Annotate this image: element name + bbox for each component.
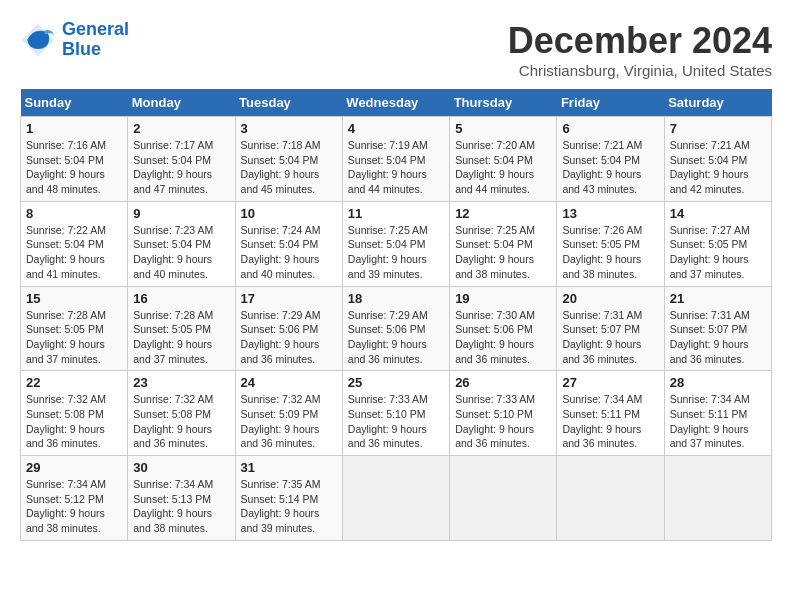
day-info: Sunrise: 7:17 AM Sunset: 5:04 PM Dayligh… [133, 138, 229, 197]
calendar-cell: 24Sunrise: 7:32 AM Sunset: 5:09 PM Dayli… [235, 371, 342, 456]
calendar-cell: 26Sunrise: 7:33 AM Sunset: 5:10 PM Dayli… [450, 371, 557, 456]
calendar-cell: 1Sunrise: 7:16 AM Sunset: 5:04 PM Daylig… [21, 117, 128, 202]
calendar-cell: 25Sunrise: 7:33 AM Sunset: 5:10 PM Dayli… [342, 371, 449, 456]
logo: General Blue [20, 20, 129, 60]
calendar-week-row: 29Sunrise: 7:34 AM Sunset: 5:12 PM Dayli… [21, 456, 772, 541]
day-info: Sunrise: 7:32 AM Sunset: 5:09 PM Dayligh… [241, 392, 337, 451]
calendar-cell: 10Sunrise: 7:24 AM Sunset: 5:04 PM Dayli… [235, 201, 342, 286]
calendar-cell: 29Sunrise: 7:34 AM Sunset: 5:12 PM Dayli… [21, 456, 128, 541]
day-number: 11 [348, 206, 444, 221]
calendar-cell: 28Sunrise: 7:34 AM Sunset: 5:11 PM Dayli… [664, 371, 771, 456]
calendar-cell: 14Sunrise: 7:27 AM Sunset: 5:05 PM Dayli… [664, 201, 771, 286]
logo-icon [20, 22, 56, 58]
calendar-week-row: 22Sunrise: 7:32 AM Sunset: 5:08 PM Dayli… [21, 371, 772, 456]
month-title: December 2024 [508, 20, 772, 62]
calendar-cell: 9Sunrise: 7:23 AM Sunset: 5:04 PM Daylig… [128, 201, 235, 286]
calendar-cell: 4Sunrise: 7:19 AM Sunset: 5:04 PM Daylig… [342, 117, 449, 202]
calendar-cell: 6Sunrise: 7:21 AM Sunset: 5:04 PM Daylig… [557, 117, 664, 202]
day-number: 16 [133, 291, 229, 306]
calendar-cell: 8Sunrise: 7:22 AM Sunset: 5:04 PM Daylig… [21, 201, 128, 286]
page-header: General Blue December 2024 Christiansbur… [20, 20, 772, 79]
day-number: 20 [562, 291, 658, 306]
day-number: 3 [241, 121, 337, 136]
day-number: 28 [670, 375, 766, 390]
day-of-week-header: Monday [128, 89, 235, 117]
day-info: Sunrise: 7:22 AM Sunset: 5:04 PM Dayligh… [26, 223, 122, 282]
day-info: Sunrise: 7:30 AM Sunset: 5:06 PM Dayligh… [455, 308, 551, 367]
day-info: Sunrise: 7:25 AM Sunset: 5:04 PM Dayligh… [455, 223, 551, 282]
calendar-cell: 22Sunrise: 7:32 AM Sunset: 5:08 PM Dayli… [21, 371, 128, 456]
calendar-cell: 20Sunrise: 7:31 AM Sunset: 5:07 PM Dayli… [557, 286, 664, 371]
day-info: Sunrise: 7:16 AM Sunset: 5:04 PM Dayligh… [26, 138, 122, 197]
day-info: Sunrise: 7:28 AM Sunset: 5:05 PM Dayligh… [133, 308, 229, 367]
day-of-week-header: Tuesday [235, 89, 342, 117]
day-info: Sunrise: 7:31 AM Sunset: 5:07 PM Dayligh… [670, 308, 766, 367]
calendar-cell [342, 456, 449, 541]
day-number: 13 [562, 206, 658, 221]
calendar-cell: 17Sunrise: 7:29 AM Sunset: 5:06 PM Dayli… [235, 286, 342, 371]
day-number: 17 [241, 291, 337, 306]
calendar-week-row: 8Sunrise: 7:22 AM Sunset: 5:04 PM Daylig… [21, 201, 772, 286]
day-info: Sunrise: 7:24 AM Sunset: 5:04 PM Dayligh… [241, 223, 337, 282]
title-section: December 2024 Christiansburg, Virginia, … [508, 20, 772, 79]
day-number: 1 [26, 121, 122, 136]
day-info: Sunrise: 7:19 AM Sunset: 5:04 PM Dayligh… [348, 138, 444, 197]
calendar-week-row: 1Sunrise: 7:16 AM Sunset: 5:04 PM Daylig… [21, 117, 772, 202]
day-number: 23 [133, 375, 229, 390]
calendar-cell: 3Sunrise: 7:18 AM Sunset: 5:04 PM Daylig… [235, 117, 342, 202]
day-of-week-header: Saturday [664, 89, 771, 117]
day-number: 14 [670, 206, 766, 221]
calendar-week-row: 15Sunrise: 7:28 AM Sunset: 5:05 PM Dayli… [21, 286, 772, 371]
day-info: Sunrise: 7:29 AM Sunset: 5:06 PM Dayligh… [348, 308, 444, 367]
calendar-cell [557, 456, 664, 541]
day-number: 31 [241, 460, 337, 475]
day-info: Sunrise: 7:29 AM Sunset: 5:06 PM Dayligh… [241, 308, 337, 367]
day-number: 10 [241, 206, 337, 221]
day-of-week-header: Friday [557, 89, 664, 117]
calendar-cell: 31Sunrise: 7:35 AM Sunset: 5:14 PM Dayli… [235, 456, 342, 541]
calendar-cell: 16Sunrise: 7:28 AM Sunset: 5:05 PM Dayli… [128, 286, 235, 371]
day-info: Sunrise: 7:20 AM Sunset: 5:04 PM Dayligh… [455, 138, 551, 197]
day-number: 9 [133, 206, 229, 221]
calendar-cell: 7Sunrise: 7:21 AM Sunset: 5:04 PM Daylig… [664, 117, 771, 202]
day-number: 24 [241, 375, 337, 390]
logo-line2: Blue [62, 39, 101, 59]
day-number: 4 [348, 121, 444, 136]
calendar-cell: 13Sunrise: 7:26 AM Sunset: 5:05 PM Dayli… [557, 201, 664, 286]
day-info: Sunrise: 7:28 AM Sunset: 5:05 PM Dayligh… [26, 308, 122, 367]
day-number: 2 [133, 121, 229, 136]
day-number: 12 [455, 206, 551, 221]
calendar-cell: 2Sunrise: 7:17 AM Sunset: 5:04 PM Daylig… [128, 117, 235, 202]
calendar-cell: 12Sunrise: 7:25 AM Sunset: 5:04 PM Dayli… [450, 201, 557, 286]
day-info: Sunrise: 7:25 AM Sunset: 5:04 PM Dayligh… [348, 223, 444, 282]
logo-line1: General [62, 19, 129, 39]
day-number: 6 [562, 121, 658, 136]
day-number: 27 [562, 375, 658, 390]
day-info: Sunrise: 7:32 AM Sunset: 5:08 PM Dayligh… [26, 392, 122, 451]
day-info: Sunrise: 7:31 AM Sunset: 5:07 PM Dayligh… [562, 308, 658, 367]
day-info: Sunrise: 7:21 AM Sunset: 5:04 PM Dayligh… [670, 138, 766, 197]
day-info: Sunrise: 7:33 AM Sunset: 5:10 PM Dayligh… [455, 392, 551, 451]
day-of-week-header: Wednesday [342, 89, 449, 117]
calendar-cell: 23Sunrise: 7:32 AM Sunset: 5:08 PM Dayli… [128, 371, 235, 456]
day-number: 26 [455, 375, 551, 390]
day-number: 7 [670, 121, 766, 136]
day-info: Sunrise: 7:34 AM Sunset: 5:11 PM Dayligh… [562, 392, 658, 451]
day-info: Sunrise: 7:34 AM Sunset: 5:12 PM Dayligh… [26, 477, 122, 536]
day-number: 19 [455, 291, 551, 306]
day-number: 30 [133, 460, 229, 475]
calendar-cell: 30Sunrise: 7:34 AM Sunset: 5:13 PM Dayli… [128, 456, 235, 541]
calendar-cell: 18Sunrise: 7:29 AM Sunset: 5:06 PM Dayli… [342, 286, 449, 371]
location-title: Christiansburg, Virginia, United States [508, 62, 772, 79]
calendar-cell [664, 456, 771, 541]
day-info: Sunrise: 7:35 AM Sunset: 5:14 PM Dayligh… [241, 477, 337, 536]
calendar-cell: 15Sunrise: 7:28 AM Sunset: 5:05 PM Dayli… [21, 286, 128, 371]
calendar-cell: 5Sunrise: 7:20 AM Sunset: 5:04 PM Daylig… [450, 117, 557, 202]
day-info: Sunrise: 7:32 AM Sunset: 5:08 PM Dayligh… [133, 392, 229, 451]
day-info: Sunrise: 7:26 AM Sunset: 5:05 PM Dayligh… [562, 223, 658, 282]
calendar-cell: 21Sunrise: 7:31 AM Sunset: 5:07 PM Dayli… [664, 286, 771, 371]
day-number: 25 [348, 375, 444, 390]
calendar-cell [450, 456, 557, 541]
day-number: 8 [26, 206, 122, 221]
day-number: 5 [455, 121, 551, 136]
